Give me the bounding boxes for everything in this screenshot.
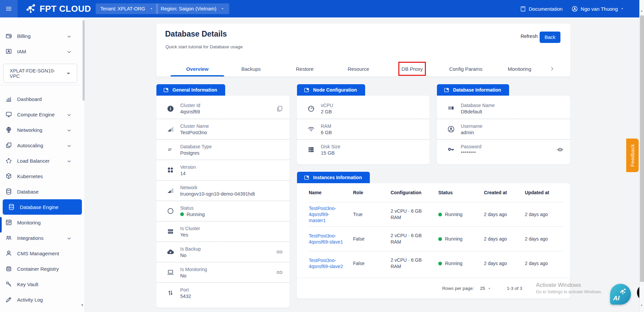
tabs-overflow-chevron-right[interactable] [546,61,558,76]
caret-down-icon [65,70,72,77]
sidebar-item-label: IAM [17,49,66,54]
link-action[interactable] [276,268,284,276]
table-row: TestPost3no-4qsnsf69-slave2 False 2 vCPU… [309,251,564,275]
caret-down-icon [149,7,153,11]
instance-name-link[interactable]: TestPost3no-4qsnsf69-master1 [309,205,353,223]
sidebar-item-load-balancer[interactable]: Load Balancer [0,153,82,168]
molecule-icon [26,3,37,14]
tab-backups[interactable]: Backups [224,61,278,76]
sidebar-item-monitoring[interactable]: Monitoring [0,215,82,230]
rows-per-page-select[interactable]: 25 [480,286,491,291]
sidebar-item-networking[interactable]: Networking [0,122,82,138]
ai-assistant-button[interactable]: AI [610,284,631,305]
instance-name-link[interactable]: TestPost3no-4qsnsf69-slave2 [309,257,353,269]
sidebar-item-autoscaling[interactable]: Autoscaling [0,138,82,153]
info-value: ******** [461,150,556,156]
sidebar-item-integrations[interactable]: Integrations [0,230,82,246]
documentation-label: Documentation [529,6,562,12]
sidebar-item-cms-management[interactable]: CMS Management [0,246,82,261]
list-db-icon [447,105,455,113]
selected-item-indicator [0,217,2,232]
brand-logo[interactable]: FPT CLOUD [26,0,91,17]
sidebar-item-label: Dashboard [17,96,72,102]
arrows-v-icon [166,289,175,297]
tenant-selector[interactable]: Tenant: XPLAT-ORG [96,3,158,14]
vpc-selector[interactable]: XPLAT-FDE-SGN10-VPC [3,64,77,83]
sidebar-item-label: Database Engine [20,204,72,210]
sidebar-item-label: Autoscaling [17,143,66,148]
cell-status: Running [438,261,484,266]
menu-icon [5,5,12,12]
card-body-general: Cluster Id 4qsnsf69 Cluster Name TestPos… [156,96,290,308]
sidebar-item-label: Compute Engine [17,112,66,117]
container-icon [5,265,12,272]
tab-resource[interactable]: Resource [332,61,385,76]
info-row-is-monitoring: Is Monitoring No [156,262,290,282]
info-row-network: Network truongvv10-sgn10-demo-04391hdt [156,180,290,201]
user-menu[interactable]: Ngo van Thuong [571,5,624,12]
copy-action[interactable] [276,105,284,113]
tab-config-params[interactable]: Config Params [439,61,493,76]
sidebar-item-kubernetes[interactable]: Kubernetes [0,168,82,184]
info-label: Is Cluster [180,226,284,231]
card-body-node: vCPU 2 GB RAM 6 GB Disk Size 15 GB [297,96,430,164]
cube-icon [5,172,12,180]
sidebar-item-database[interactable]: Database [0,184,82,199]
menu-icon [5,5,12,12]
region-selector[interactable]: Region: Saigon (Vietnam) [156,3,229,14]
scroll-down-icon[interactable]: ▼ [640,304,643,307]
id-card-icon [5,48,12,55]
instance-name-link[interactable]: TestPost3no-4qsnsf69-slave1 [309,233,353,245]
info-row-database-type: Database Type Postgres [156,139,290,160]
scroll-up-icon[interactable]: ▲ [640,9,643,12]
sidebar-item-activity-log[interactable]: Activity Log [0,292,82,307]
column-header-name: Name [309,190,353,195]
info-row-cluster-id: Cluster Id 4qsnsf69 [156,98,290,119]
sidebar-item-dashboard[interactable]: Dashboard [0,91,82,107]
sidebar-scrollbar[interactable] [83,20,85,101]
refresh-button[interactable]: Refresh [521,34,538,39]
cell-created-at: 2 days ago [484,236,525,242]
sidebar-scroll-down-icon[interactable]: ▼ [81,303,84,307]
sidebar-item-label: Networking [17,127,66,133]
caret-down-icon [220,7,225,11]
sidebar-item-billing[interactable]: Billing [0,28,82,44]
sidebar-item-key-vault[interactable]: Key Vault [0,276,82,292]
info-value: 4qsnsf69 [180,109,276,114]
sidebar-item-iam[interactable]: IAM [0,44,82,59]
sidebar-item-compute-engine[interactable]: Compute Engine [0,107,82,122]
cell-status: Running [438,212,484,217]
link-icon [276,268,284,276]
people-icon [5,234,12,242]
info-label: Version [180,164,284,170]
wallet-icon [5,32,12,40]
signal-icon [166,187,175,195]
page-scrollbar[interactable]: ▲ ▼ [639,0,644,312]
sidebar-item-label: Key Vault [17,281,72,287]
card-title-general: General Information [156,84,225,96]
info-row-is-cluster: Is Cluster Yes [156,221,290,242]
scrollbar-thumb[interactable] [640,15,644,282]
info-value: Running [180,212,284,217]
circle-icon [166,207,175,215]
documentation-link[interactable]: Documentation [520,6,562,12]
database-icon [8,203,15,211]
eye-action[interactable] [556,146,564,154]
back-button[interactable]: Back [540,32,560,43]
feedback-tab[interactable]: Feedback [626,139,639,172]
menu-button[interactable] [0,0,17,17]
tab-restore[interactable]: Restore [278,61,332,76]
sidebar-item-label: Database [17,189,72,195]
link-action[interactable] [276,248,284,256]
tab-overview[interactable]: Overview [170,61,224,76]
book-icon [520,6,526,12]
sidebar-item-database-engine[interactable]: Database Engine [3,199,82,215]
tab-db-proxy[interactable]: DB Proxy [385,61,439,76]
info-value: 15 GB [321,150,424,156]
caret-down-icon [620,7,624,11]
info-row-database-name: Database Name DBdefault [437,98,570,119]
sidebar: Billing IAM XPLAT-FDE-SGN10-VPC Dashboar… [0,17,85,312]
tab-monitoring[interactable]: Monitoring [493,61,546,76]
sidebar-item-container-registry[interactable]: Container Registry [0,261,82,276]
laptop-icon [166,268,175,276]
